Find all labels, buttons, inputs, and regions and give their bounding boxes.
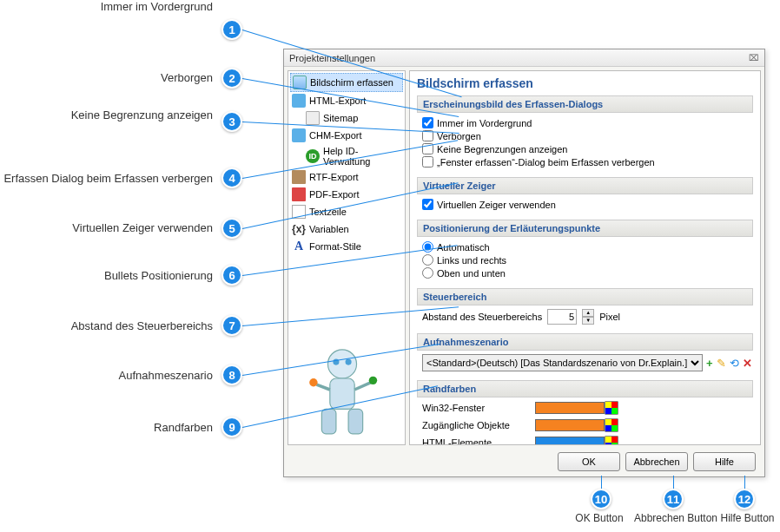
color-row-label: Zugängliche Objekte bbox=[422, 420, 535, 430]
sidebar-item-label: CHM-Export bbox=[309, 130, 362, 141]
section-steuer-header: Steuerbereich bbox=[417, 288, 753, 305]
svg-point-2 bbox=[346, 359, 352, 365]
positioning-option-1[interactable]: Links und rechts bbox=[422, 253, 748, 266]
sidebar-item-help-id-verwaltung[interactable]: IDHelp ID-Verwaltung bbox=[290, 144, 403, 168]
positioning-label: Oben und unten bbox=[437, 268, 506, 279]
callout-num-4: 4 bbox=[221, 167, 242, 188]
callout-num-12: 12 bbox=[734, 489, 755, 509]
positioning-label: Links und rechts bbox=[437, 255, 506, 266]
page-title: Bildschirm erfassen bbox=[417, 76, 753, 90]
sitemap-icon bbox=[306, 111, 320, 125]
sidebar-item-pdf-export[interactable]: PDF-Export bbox=[290, 186, 403, 203]
steuer-distance-label: Abstand des Steuerbereichs bbox=[422, 312, 542, 322]
callout-num-6: 6 bbox=[221, 265, 242, 286]
color-swatch-2 bbox=[535, 437, 605, 445]
virtual-pointer-checkbox-row[interactable]: Virtuellen Zeiger verwenden bbox=[422, 198, 748, 211]
virtual-pointer-label: Virtuellen Zeiger verwenden bbox=[437, 200, 556, 210]
svg-line-6 bbox=[316, 384, 329, 390]
section-positioning-header: Positionierung der Erläuterungspunkte bbox=[417, 220, 753, 237]
appearance-label: „Fenster erfassen“-Dialog beim Erfassen … bbox=[437, 157, 655, 167]
sidebar-item-rtf-export[interactable]: RTF-Export bbox=[290, 168, 403, 186]
sidebar-item-format-stile[interactable]: AFormat-Stile bbox=[290, 238, 403, 255]
callout-label-1: Immer im Vordergrund bbox=[0, 0, 213, 13]
spin-up-button[interactable]: ▲ bbox=[582, 309, 594, 317]
callout-num-1: 1 bbox=[221, 19, 242, 40]
section-scenario-header: Aufnahmeszenario bbox=[417, 333, 753, 351]
color-picker-button[interactable] bbox=[605, 401, 618, 415]
callout-line-10 bbox=[601, 476, 602, 489]
cancel-button[interactable]: Abbrechen bbox=[625, 452, 688, 471]
appearance-option-3[interactable]: „Fenster erfassen“-Dialog beim Erfassen … bbox=[422, 155, 748, 168]
color-row-label: HTML-Elemente bbox=[422, 437, 535, 445]
project-settings-dialog: Projekteinstellungen ⌧ Bildschirm erfass… bbox=[283, 49, 765, 477]
callout-num-7: 7 bbox=[221, 315, 242, 336]
sidebar-item-label: PDF-Export bbox=[309, 189, 359, 200]
callout-num-9: 9 bbox=[221, 417, 242, 437]
color-picker-button[interactable] bbox=[605, 418, 618, 432]
positioning-radio-1[interactable] bbox=[422, 254, 433, 266]
close-icon[interactable]: ⌧ bbox=[749, 53, 759, 62]
callout-num-11: 11 bbox=[663, 489, 684, 509]
callout-label-12: Hilfe Button bbox=[715, 512, 780, 524]
sidebar-item-variablen[interactable]: {x}Variablen bbox=[290, 220, 403, 238]
html-icon bbox=[292, 94, 306, 108]
callout-line-12 bbox=[744, 476, 745, 489]
svg-line-7 bbox=[354, 383, 371, 390]
sidebar-item-label: Variablen bbox=[309, 224, 349, 234]
spin-down-button[interactable]: ▼ bbox=[582, 317, 594, 325]
appearance-option-2[interactable]: Keine Begrenzungen anzeigen bbox=[422, 142, 748, 155]
sidebar-item-label: Format-Stile bbox=[309, 241, 361, 252]
steuer-distance-input[interactable] bbox=[547, 309, 577, 325]
svg-point-8 bbox=[309, 378, 317, 386]
callout-num-8: 8 bbox=[221, 365, 242, 385]
callout-label-2: Verborgen bbox=[0, 71, 213, 84]
color-row-label: Win32-Fenster bbox=[422, 403, 535, 413]
sidebar-item-label: Sitemap bbox=[323, 113, 358, 123]
scenario-select[interactable]: <Standard>(Deutsch) [Das Standardszenari… bbox=[422, 354, 703, 371]
robot-illustration bbox=[290, 333, 394, 445]
add-icon[interactable]: + bbox=[706, 356, 713, 370]
callout-label-9: Randfarben bbox=[0, 421, 213, 434]
positioning-option-0[interactable]: Automatisch bbox=[422, 240, 748, 253]
section-colors-header: Randfarben bbox=[417, 380, 753, 397]
appearance-checkbox-3[interactable] bbox=[422, 156, 433, 167]
settings-main-panel: Bildschirm erfassen Erscheinungsbild des… bbox=[409, 70, 761, 445]
refresh-icon[interactable]: ⟲ bbox=[730, 356, 739, 370]
callout-num-3: 3 bbox=[221, 111, 242, 132]
positioning-radio-0[interactable] bbox=[422, 241, 433, 253]
edit-icon[interactable]: ✎ bbox=[717, 356, 726, 370]
sidebar-item-label: RTF-Export bbox=[309, 172, 359, 182]
delete-icon[interactable]: ✕ bbox=[743, 356, 752, 370]
appearance-checkbox-0[interactable] bbox=[422, 117, 433, 128]
callout-label-8: Aufnahmeszenario bbox=[0, 369, 213, 382]
callout-line-11 bbox=[673, 476, 674, 489]
positioning-option-2[interactable]: Oben und unten bbox=[422, 266, 748, 279]
callout-num-2: 2 bbox=[221, 68, 242, 89]
callout-label-7: Abstand des Steuerbereichs bbox=[0, 319, 213, 332]
appearance-option-0[interactable]: Immer im Vordergrund bbox=[422, 116, 748, 129]
svg-point-9 bbox=[369, 377, 377, 384]
sidebar-item-label: Bildschirm erfassen bbox=[310, 77, 393, 88]
callout-label-5: Virtuellen Zeiger verwenden bbox=[0, 221, 213, 234]
color-swatch-1 bbox=[535, 419, 605, 431]
svg-rect-4 bbox=[321, 409, 336, 433]
sidebar-item-label: HTML-Export bbox=[309, 95, 366, 106]
help-button[interactable]: Hilfe bbox=[693, 452, 756, 471]
var-icon: {x} bbox=[292, 222, 306, 236]
callout-label-10: OK Button bbox=[569, 512, 630, 524]
callout-label-4: Erfassen Dialog beim Erfassen verbergen bbox=[0, 172, 213, 185]
callout-num-5: 5 bbox=[221, 218, 242, 239]
svg-rect-5 bbox=[348, 409, 363, 433]
ok-button[interactable]: OK bbox=[558, 452, 620, 471]
color-picker-button[interactable] bbox=[605, 436, 618, 445]
callout-label-11: Abbrechen Button bbox=[628, 512, 724, 524]
fmt-icon: A bbox=[292, 240, 306, 253]
virtual-pointer-checkbox[interactable] bbox=[422, 199, 433, 210]
section-appearance-header: Erscheinungsbild des Erfassen-Dialogs bbox=[417, 95, 753, 113]
positioning-radio-2[interactable] bbox=[422, 267, 433, 279]
pdf-icon bbox=[292, 187, 306, 201]
appearance-label: Immer im Vordergrund bbox=[437, 118, 532, 128]
appearance-option-1[interactable]: Verborgen bbox=[422, 129, 748, 142]
section-pointer-header: Virtueller Zeiger bbox=[417, 177, 753, 194]
sidebar-item-html-export[interactable]: HTML-Export bbox=[290, 92, 403, 109]
